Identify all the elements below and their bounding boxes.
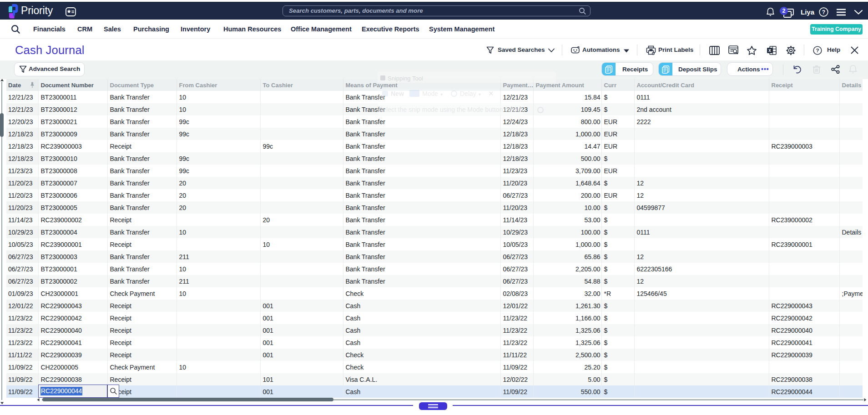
svg-text:?: ? [822, 9, 825, 15]
svg-text:x: x [768, 48, 771, 53]
svg-text:?: ? [816, 48, 819, 53]
